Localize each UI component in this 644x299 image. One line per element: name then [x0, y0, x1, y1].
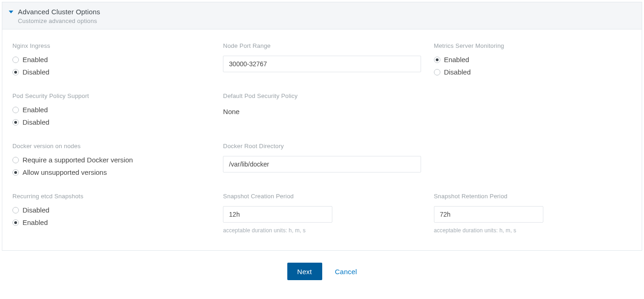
radio-icon [12, 69, 19, 75]
footer-actions: Next Cancel [0, 253, 644, 290]
etcd-snapshots-disabled-radio[interactable]: Disabled [12, 206, 210, 214]
etcd-snapshots-label: Recurring etcd Snapshots [12, 193, 210, 200]
docker-version-label: Docker version on nodes [12, 143, 210, 150]
radio-label: Disabled [23, 118, 49, 126]
radio-label: Enabled [23, 218, 48, 226]
default-pod-security-label: Default Pod Security Policy [223, 92, 421, 99]
pod-security-disabled-radio[interactable]: Disabled [12, 118, 210, 126]
docker-version-require-radio[interactable]: Require a supported Docker version [12, 156, 210, 164]
etcd-snapshots-radio-group: Disabled Enabled [12, 206, 210, 226]
docker-root-label: Docker Root Directory [223, 143, 421, 150]
radio-label: Disabled [23, 206, 49, 214]
nginx-ingress-enabled-radio[interactable]: Enabled [12, 56, 210, 63]
snapshot-retention-help: acceptable duration units: h, m, s [434, 227, 632, 234]
pod-security-support-label: Pod Security Policy Support [12, 92, 210, 99]
radio-icon [12, 57, 19, 63]
advanced-cluster-options-panel: Advanced Cluster Options Customize advan… [2, 2, 642, 251]
radio-icon [434, 69, 440, 75]
metrics-server-disabled-radio[interactable]: Disabled [434, 68, 632, 76]
radio-label: Require a supported Docker version [23, 156, 133, 164]
node-port-range-input[interactable] [223, 56, 421, 72]
metrics-server-enabled-radio[interactable]: Enabled [434, 56, 632, 63]
cancel-button[interactable]: Cancel [335, 268, 357, 276]
radio-icon [12, 157, 19, 163]
panel-body: Nginx Ingress Enabled Disabled Node Port… [2, 29, 642, 250]
docker-root-input[interactable] [223, 156, 421, 172]
pod-security-support-radio-group: Enabled Disabled [12, 106, 210, 126]
snapshot-creation-label: Snapshot Creation Period [223, 193, 421, 200]
default-pod-security-value: None [223, 106, 421, 115]
nginx-ingress-disabled-radio[interactable]: Disabled [12, 68, 210, 76]
radio-icon [12, 169, 19, 176]
snapshot-retention-label: Snapshot Retention Period [434, 193, 632, 200]
metrics-server-radio-group: Enabled Disabled [434, 56, 632, 76]
node-port-range-label: Node Port Range [223, 42, 421, 49]
radio-label: Disabled [444, 68, 471, 76]
radio-icon [12, 119, 19, 126]
docker-version-radio-group: Require a supported Docker version Allow… [12, 156, 210, 176]
snapshot-retention-input[interactable] [434, 206, 543, 223]
etcd-snapshots-enabled-radio[interactable]: Enabled [12, 218, 210, 226]
radio-label: Enabled [23, 56, 48, 63]
radio-label: Disabled [23, 68, 49, 76]
pod-security-enabled-radio[interactable]: Enabled [12, 106, 210, 114]
radio-label: Enabled [23, 106, 48, 114]
docker-version-allow-radio[interactable]: Allow unsupported versions [12, 168, 210, 176]
radio-label: Allow unsupported versions [23, 168, 107, 176]
metrics-server-label: Metrics Server Monitoring [434, 42, 632, 49]
panel-header: Advanced Cluster Options Customize advan… [2, 2, 642, 29]
radio-icon [12, 107, 19, 113]
nginx-ingress-label: Nginx Ingress [12, 42, 210, 49]
nginx-ingress-radio-group: Enabled Disabled [12, 56, 210, 76]
panel-subtitle: Customize advanced options [18, 17, 100, 24]
disclosure-triangle-icon[interactable] [9, 11, 13, 13]
snapshot-creation-input[interactable] [223, 206, 332, 223]
radio-label: Enabled [444, 56, 469, 63]
radio-icon [12, 207, 19, 213]
panel-title: Advanced Cluster Options [18, 8, 100, 16]
next-button[interactable]: Next [287, 263, 322, 280]
snapshot-creation-help: acceptable duration units: h, m, s [223, 227, 421, 234]
radio-icon [12, 219, 19, 226]
radio-icon [434, 57, 440, 63]
